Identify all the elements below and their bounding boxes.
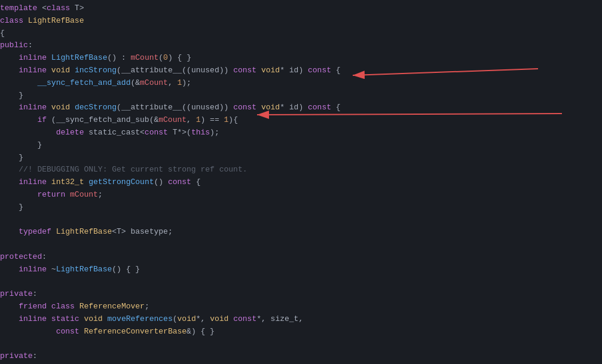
token: () : <box>107 53 130 62</box>
token <box>23 16 28 25</box>
token: int32_t <box>51 178 84 186</box>
token: ); <box>210 128 219 137</box>
token <box>47 314 51 323</box>
token: (& <box>130 78 140 87</box>
token <box>0 165 19 174</box>
token: * id) <box>280 103 308 112</box>
line-content: delete static_cast<const T*>(this); <box>0 127 597 139</box>
line-content: } <box>0 201 597 214</box>
token: : <box>42 252 47 261</box>
token: : <box>33 351 38 360</box>
line-content: template <class T> <box>0 2 597 15</box>
token: { <box>0 29 5 38</box>
line-content: inline ~LightRefBase() { } <box>0 264 597 276</box>
line-content: { <box>0 27 597 40</box>
line-content: private: <box>0 288 597 301</box>
token: () <box>154 178 167 186</box>
token: inline <box>19 66 47 75</box>
line-content: class LightRefBase <box>0 15 597 27</box>
token: const <box>56 327 80 336</box>
token: const <box>308 103 331 112</box>
token: class <box>51 302 75 311</box>
token: template <box>0 4 37 13</box>
token <box>0 265 19 274</box>
token: LightRefBase <box>56 265 112 274</box>
token: ) == <box>201 115 224 124</box>
token: LightRefBase <box>28 16 84 25</box>
token: friend <box>19 302 47 311</box>
line-content: public: <box>0 39 597 52</box>
token <box>0 227 19 236</box>
code-line: const ReferenceConverterBase&) { } <box>0 326 602 338</box>
token: decStrong <box>75 103 117 112</box>
token: private <box>0 289 33 298</box>
token: LightRefBase <box>56 227 112 236</box>
token <box>0 302 19 311</box>
code-line: protected: <box>0 251 602 264</box>
code-line: inline ~LightRefBase() { } <box>0 264 602 276</box>
token <box>0 115 37 124</box>
line-content: typedef LightRefBase<T> basetype; <box>0 226 597 238</box>
token <box>0 66 19 75</box>
token: : <box>28 41 33 50</box>
token <box>75 302 80 311</box>
token: () { } <box>112 265 140 274</box>
code-line: delete static_cast<const T*>(this); <box>0 127 602 139</box>
line-content: const ReferenceConverterBase&) { } <box>0 326 597 338</box>
token: ReferenceMover <box>80 302 145 311</box>
code-line: public: <box>0 39 602 52</box>
token: class <box>47 4 70 13</box>
token <box>47 103 51 112</box>
line-content: inline void incStrong(__attribute__((unu… <box>0 65 597 77</box>
line-content: //! DEBUGGING ONLY: Get current strong r… <box>0 164 597 176</box>
token: 0 <box>163 53 168 62</box>
token <box>0 190 37 199</box>
token: const <box>233 66 256 75</box>
line-content: inline int32_t getStrongCount() const { <box>0 176 597 189</box>
code-line: inline LightRefBase() : mCount(0) { } <box>0 52 602 65</box>
token <box>47 178 51 186</box>
token: T> <box>70 4 84 13</box>
token <box>65 190 70 199</box>
token: inline <box>19 178 47 186</box>
line-content: } <box>0 90 597 102</box>
code-line: inline int32_t getStrongCount() const { <box>0 176 602 189</box>
code-line: } <box>0 139 602 152</box>
token: mCount <box>70 190 98 199</box>
line-content: protected: <box>0 251 597 264</box>
token: void <box>210 314 228 323</box>
token: getStrongCount <box>88 178 154 186</box>
token: &) { } <box>187 327 215 336</box>
token <box>47 53 51 62</box>
line-content: __sync_fetch_and_add(&mCount, 1); <box>0 77 597 90</box>
token: const <box>233 314 256 323</box>
token: ); <box>182 78 191 87</box>
line-content: } <box>0 152 597 164</box>
code-line: inline void incStrong(__attribute__((unu… <box>0 65 602 77</box>
token: ; <box>98 190 103 199</box>
token: { <box>331 103 341 112</box>
token: * id) <box>280 66 308 75</box>
token <box>0 178 19 186</box>
line-content: return mCount; <box>0 189 597 201</box>
token: class <box>0 16 23 25</box>
code-line: friend class ReferenceMover; <box>0 301 602 313</box>
token: this <box>191 128 210 137</box>
token <box>51 227 56 236</box>
token <box>256 103 261 112</box>
token <box>70 103 75 112</box>
code-line: //! DEBUGGING ONLY: Get current strong r… <box>0 164 602 176</box>
token: mCount <box>158 115 187 124</box>
code-line <box>0 214 602 227</box>
line-content: if (__sync_fetch_and_sub(&mCount, 1) == … <box>0 114 597 127</box>
token: return <box>37 190 65 199</box>
token: private <box>0 351 33 360</box>
token: public <box>0 41 28 50</box>
token <box>70 66 75 75</box>
token <box>256 66 261 75</box>
token: 1 <box>196 115 201 124</box>
line-content <box>0 276 597 289</box>
token <box>0 103 19 112</box>
line-content: inline LightRefBase() : mCount(0) { } <box>0 52 597 65</box>
code-line: typedef LightRefBase<T> basetype; <box>0 226 602 238</box>
